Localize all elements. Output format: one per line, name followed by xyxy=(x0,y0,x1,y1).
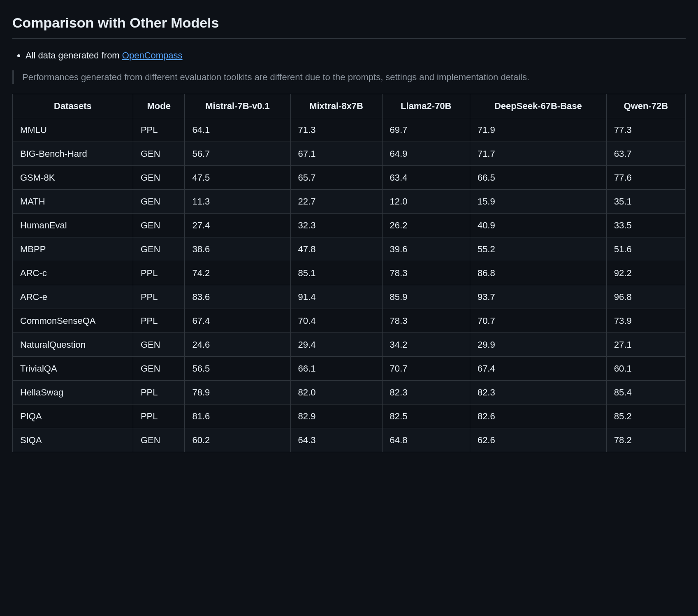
table-cell: 86.8 xyxy=(470,261,606,285)
table-cell: 70.4 xyxy=(290,309,382,333)
table-cell: 70.7 xyxy=(382,357,470,381)
table-cell: GEN xyxy=(133,214,185,237)
table-cell: 12.0 xyxy=(382,190,470,214)
table-cell: 92.2 xyxy=(606,261,685,285)
table-cell: 65.7 xyxy=(290,166,382,190)
header-llama2: Llama2-70B xyxy=(382,94,470,118)
table-cell: PPL xyxy=(133,261,185,285)
table-cell: GEN xyxy=(133,237,185,261)
table-cell: 67.1 xyxy=(290,142,382,166)
table-cell: BIG-Bench-Hard xyxy=(13,142,133,166)
table-cell: 82.5 xyxy=(382,404,470,428)
table-cell: 67.4 xyxy=(185,309,290,333)
table-row: HellaSwagPPL78.982.082.382.385.4 xyxy=(13,381,686,404)
section-heading: Comparison with Other Models xyxy=(12,12,686,39)
table-cell: 11.3 xyxy=(185,190,290,214)
table-row: PIQAPPL81.682.982.582.685.2 xyxy=(13,404,686,428)
table-cell: 82.6 xyxy=(470,404,606,428)
table-row: BIG-Bench-HardGEN56.767.164.971.763.7 xyxy=(13,142,686,166)
table-cell: GEN xyxy=(133,190,185,214)
table-cell: PIQA xyxy=(13,404,133,428)
table-cell: 47.8 xyxy=(290,237,382,261)
table-cell: 71.7 xyxy=(470,142,606,166)
table-cell: 71.9 xyxy=(470,118,606,142)
table-cell: 26.2 xyxy=(382,214,470,237)
table-row: NaturalQuestionGEN24.629.434.229.927.1 xyxy=(13,333,686,357)
table-cell: 73.9 xyxy=(606,309,685,333)
table-cell: 85.9 xyxy=(382,285,470,309)
table-cell: 34.2 xyxy=(382,333,470,357)
table-cell: 55.2 xyxy=(470,237,606,261)
table-cell: 29.4 xyxy=(290,333,382,357)
table-cell: GEN xyxy=(133,166,185,190)
table-row: ARC-ePPL83.691.485.993.796.8 xyxy=(13,285,686,309)
table-cell: GEN xyxy=(133,333,185,357)
table-cell: HumanEval xyxy=(13,214,133,237)
table-cell: 64.8 xyxy=(382,428,470,452)
table-cell: 83.6 xyxy=(185,285,290,309)
table-cell: 51.6 xyxy=(606,237,685,261)
table-cell: 70.7 xyxy=(470,309,606,333)
table-cell: 77.6 xyxy=(606,166,685,190)
table-cell: 93.7 xyxy=(470,285,606,309)
bullet-text: All data generated from xyxy=(26,50,122,60)
table-row: GSM-8KGEN47.565.763.466.577.6 xyxy=(13,166,686,190)
table-cell: GEN xyxy=(133,357,185,381)
table-cell: 74.2 xyxy=(185,261,290,285)
table-cell: SIQA xyxy=(13,428,133,452)
header-datasets: Datasets xyxy=(13,94,133,118)
table-cell: 78.9 xyxy=(185,381,290,404)
table-cell: 38.6 xyxy=(185,237,290,261)
table-cell: 35.1 xyxy=(606,190,685,214)
table-cell: PPL xyxy=(133,285,185,309)
opencompass-link[interactable]: OpenCompass xyxy=(122,50,183,60)
table-cell: 60.2 xyxy=(185,428,290,452)
table-cell: TrivialQA xyxy=(13,357,133,381)
table-cell: GSM-8K xyxy=(13,166,133,190)
table-cell: 56.5 xyxy=(185,357,290,381)
table-cell: 56.7 xyxy=(185,142,290,166)
table-cell: PPL xyxy=(133,404,185,428)
table-cell: 91.4 xyxy=(290,285,382,309)
table-cell: 85.4 xyxy=(606,381,685,404)
table-row: HumanEvalGEN27.432.326.240.933.5 xyxy=(13,214,686,237)
bullet-item: All data generated from OpenCompass xyxy=(26,49,686,62)
table-row: MMLUPPL64.171.369.771.977.3 xyxy=(13,118,686,142)
table-cell: PPL xyxy=(133,381,185,404)
table-cell: 66.5 xyxy=(470,166,606,190)
table-row: MBPPGEN38.647.839.655.251.6 xyxy=(13,237,686,261)
table-cell: HellaSwag xyxy=(13,381,133,404)
table-cell: 33.5 xyxy=(606,214,685,237)
table-cell: 78.3 xyxy=(382,309,470,333)
table-row: ARC-cPPL74.285.178.386.892.2 xyxy=(13,261,686,285)
table-cell: 27.1 xyxy=(606,333,685,357)
table-cell: PPL xyxy=(133,309,185,333)
table-cell: 62.6 xyxy=(470,428,606,452)
table-cell: 82.3 xyxy=(382,381,470,404)
table-cell: 15.9 xyxy=(470,190,606,214)
table-cell: 66.1 xyxy=(290,357,382,381)
table-cell: 78.2 xyxy=(606,428,685,452)
table-cell: 85.2 xyxy=(606,404,685,428)
table-cell: 78.3 xyxy=(382,261,470,285)
header-mode: Mode xyxy=(133,94,185,118)
table-cell: 29.9 xyxy=(470,333,606,357)
table-cell: 85.1 xyxy=(290,261,382,285)
table-cell: 27.4 xyxy=(185,214,290,237)
table-cell: MATH xyxy=(13,190,133,214)
table-cell: 64.1 xyxy=(185,118,290,142)
table-cell: CommonSenseQA xyxy=(13,309,133,333)
header-mixtral: Mixtral-8x7B xyxy=(290,94,382,118)
table-cell: PPL xyxy=(133,118,185,142)
table-cell: 39.6 xyxy=(382,237,470,261)
table-cell: 64.9 xyxy=(382,142,470,166)
table-cell: 63.7 xyxy=(606,142,685,166)
table-cell: 63.4 xyxy=(382,166,470,190)
blockquote-note: Performances generated from different ev… xyxy=(12,70,686,84)
table-cell: 40.9 xyxy=(470,214,606,237)
header-deepseek: DeepSeek-67B-Base xyxy=(470,94,606,118)
table-cell: GEN xyxy=(133,142,185,166)
table-cell: 64.3 xyxy=(290,428,382,452)
table-row: MATHGEN11.322.712.015.935.1 xyxy=(13,190,686,214)
table-cell: NaturalQuestion xyxy=(13,333,133,357)
